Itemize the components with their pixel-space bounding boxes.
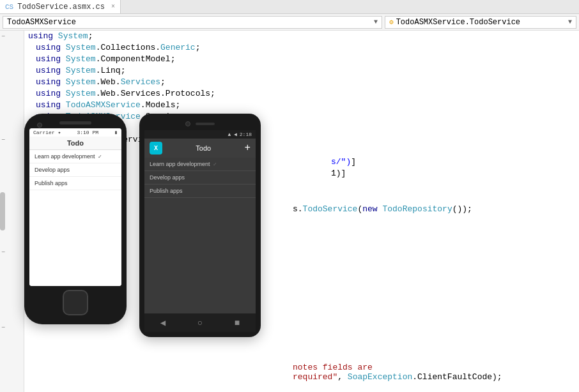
android-camera-area	[144, 121, 256, 126]
android-status-bar: ▲ ◀ 2:18	[144, 130, 256, 139]
collapse-icon[interactable]: −	[1, 33, 5, 40]
member-icon: ⚙	[389, 18, 394, 26]
code-line: using System.ComponentModel;	[28, 54, 579, 65]
iphone-battery-icon: ▮	[114, 130, 118, 135]
active-tab[interactable]: CS TodoService.asmx.cs ×	[0, 0, 121, 13]
gutter-line	[0, 88, 24, 100]
code-line: using System.Web.Services;	[28, 77, 579, 88]
android-item-text: Learn app development	[150, 161, 210, 167]
iphone-list-item-3: Publish apps	[29, 177, 121, 190]
android-list-item-3: Publish apps	[144, 185, 256, 198]
tab-bar: CS TodoService.asmx.cs ×	[0, 0, 579, 14]
iphone-item-text: Develop apps	[35, 167, 70, 173]
gutter-line: −	[0, 134, 24, 146]
android-nav-bar: ◀ ○ ■	[144, 313, 256, 332]
code-service-line: s.TodoService(new TodoRepository());	[293, 204, 472, 214]
iphone-carrier: Carrier ✦	[33, 130, 61, 135]
nav-bar: TodoASMXService ▼ ⚙ TodoASMXService.Todo…	[0, 14, 579, 31]
scroll-indicator[interactable]	[0, 192, 5, 230]
android-list-item-1: Learn app development ✓	[144, 158, 256, 171]
android-app-title: Todo	[196, 144, 211, 152]
iphone-item-text: Learn app development	[35, 153, 95, 160]
member-dropdown[interactable]: ⚙ TodoASMXService.TodoService ▼	[385, 16, 576, 29]
android-mockup: ▲ ◀ 2:18 X Todo + Learn app development …	[139, 114, 261, 337]
line-gutter: − − − −	[0, 31, 24, 392]
collapse-icon[interactable]: −	[1, 324, 5, 331]
android-list: Learn app development ✓ Develop apps Pub…	[144, 158, 256, 313]
iphone-mockup: Carrier ✦ 3:10 PM ▮ Todo Learn app devel…	[24, 114, 127, 324]
iphone-list: Learn app development ✓ Develop apps Pub…	[29, 150, 121, 286]
iphone-status-bar: Carrier ✦ 3:10 PM ▮	[29, 128, 121, 137]
gutter-line: −	[0, 322, 24, 333]
collapse-icon[interactable]: −	[1, 249, 5, 256]
tab-close-button[interactable]: ×	[111, 3, 115, 10]
iphone-list-item-1: Learn app development ✓	[29, 150, 121, 163]
android-item-text: Develop apps	[150, 174, 185, 181]
code-line: using System.Linq;	[28, 65, 579, 77]
cs-file-icon: CS	[5, 3, 13, 11]
code-line: using TodoASMXService.Models;	[28, 100, 579, 111]
code-line: using System.Collections.Generic;	[28, 42, 579, 54]
iphone-nav-bar: Todo	[29, 137, 121, 150]
android-checkmark-icon: ✓	[213, 162, 217, 167]
android-camera-icon	[185, 121, 190, 126]
class-dropdown[interactable]: TodoASMXService ▼	[3, 16, 382, 29]
gutter-line	[0, 42, 24, 54]
iphone-camera	[37, 123, 42, 128]
code-line: using System.Web.Services.Protocols;	[28, 88, 579, 100]
android-back-button[interactable]: ◀	[160, 317, 166, 328]
code-snippet-2: 1)]	[331, 169, 346, 178]
iphone-item-text: Publish apps	[35, 180, 68, 186]
gutter-line	[0, 123, 24, 134]
checkmark-icon: ✓	[98, 154, 102, 160]
iphone-home-button[interactable]	[63, 290, 88, 315]
android-app-icon: X	[150, 142, 162, 155]
android-home-button[interactable]: ○	[197, 318, 203, 328]
dropdown-arrow-icon: ▼	[374, 19, 378, 26]
tab-filename: TodoService.asmx.cs	[17, 3, 105, 11]
android-screen: ▲ ◀ 2:18 X Todo + Learn app development …	[144, 130, 256, 332]
devices-overlay: Carrier ✦ 3:10 PM ▮ Todo Learn app devel…	[24, 114, 261, 337]
iphone-time: 3:10 PM	[77, 130, 98, 135]
android-signal-icons: ▲ ◀	[228, 132, 236, 137]
android-item-text: Publish apps	[150, 188, 183, 194]
iphone-list-item-2: Develop apps	[29, 163, 121, 177]
android-toolbar: X Todo +	[144, 139, 256, 158]
member-dropdown-arrow-icon: ▼	[568, 19, 572, 26]
gutter-line: −	[0, 246, 24, 258]
android-app-icon-label: X	[154, 145, 158, 152]
android-list-item-2: Develop apps	[144, 171, 256, 185]
code-snippet-1: s/")]	[331, 157, 356, 167]
gutter-line	[0, 65, 24, 77]
collapse-icon[interactable]: −	[1, 137, 5, 144]
gutter-line	[0, 111, 24, 123]
member-dropdown-label: TodoASMXService.TodoService	[396, 18, 520, 27]
gutter-line	[0, 77, 24, 88]
iphone-app-title: Todo	[67, 139, 84, 147]
class-dropdown-label: TodoASMXService	[7, 18, 76, 27]
android-speaker	[196, 123, 215, 125]
gutter-line	[0, 146, 24, 157]
android-recent-button[interactable]: ■	[235, 318, 240, 328]
android-time: 2:18	[240, 132, 252, 137]
android-add-button[interactable]: +	[244, 142, 251, 154]
code-line: using System;	[28, 31, 579, 42]
iphone-empty-area	[29, 190, 121, 254]
gutter-line	[0, 54, 24, 65]
editor-area: − − − − using System; using System.Colle…	[0, 31, 579, 392]
code-bottom-line: notes fields are required", SoapExceptio…	[293, 363, 579, 382]
android-empty-area	[144, 198, 256, 275]
gutter-line: −	[0, 31, 24, 42]
gutter-line	[0, 100, 24, 111]
iphone-speaker	[59, 121, 91, 124]
iphone-screen: Carrier ✦ 3:10 PM ▮ Todo Learn app devel…	[29, 128, 121, 286]
